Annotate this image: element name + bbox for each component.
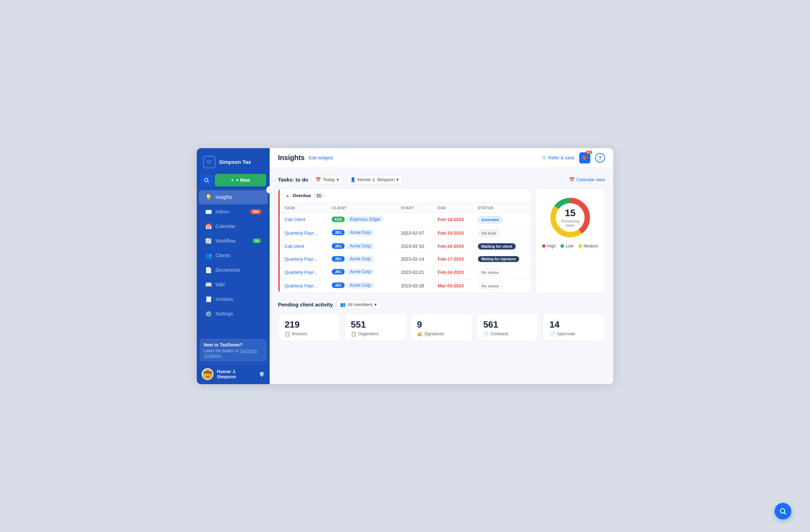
topbar-right: 🤍 Refer & save 🎁 81 ?	[541, 152, 605, 163]
help-button[interactable]: ?	[595, 153, 605, 163]
task-link[interactable]: Call client	[285, 244, 304, 249]
col-due: DUE	[433, 203, 473, 213]
status-cell: No status	[473, 265, 530, 279]
refer-save-label: Refer & save	[548, 155, 574, 160]
status-badge: On hold	[478, 230, 500, 237]
user-section[interactable]: 🤠 Homer J. Simpson 🛡️	[197, 364, 270, 384]
activity-type-label: Signatures	[424, 331, 444, 336]
due-cell: Feb-10-2023	[433, 226, 473, 240]
activity-cards: 219 📋 Invoices 551 📋 Organizers 9 ✍️ Sig…	[278, 313, 605, 341]
task-cell: Quarterly Payr...	[280, 279, 327, 293]
activity-card-organizers[interactable]: 551 📋 Organizers	[344, 313, 406, 341]
task-link[interactable]: Quarterly Payr...	[285, 256, 317, 262]
client-cell: EE6 Espinoza, Edgar	[327, 213, 396, 226]
table-row: Call Client EE6 Espinoza, Edgar Feb-10-2…	[280, 213, 530, 226]
filter-user-label: Homer J. Simpson	[357, 177, 395, 182]
status-badge: Waiting for signature	[478, 256, 520, 262]
sidebar-action-bar: + + New	[200, 174, 266, 186]
activity-card-signatures[interactable]: 9 ✍️ Signatures	[411, 313, 473, 341]
client-cell: JB1 Acme Corp	[327, 253, 396, 265]
tasks-body: Call Client EE6 Espinoza, Edgar Feb-10-2…	[280, 213, 530, 293]
calendar-icon: 📅	[315, 177, 321, 182]
activity-card-invoices[interactable]: 219 📋 Invoices	[278, 313, 340, 341]
table-row: Call client JB1 Acme Corp 2023-02-10 Feb…	[280, 240, 530, 253]
task-cell: Call client	[280, 240, 327, 253]
status-cell: On hold	[473, 226, 530, 240]
insights-icon: 💡	[205, 194, 211, 201]
client-code-chip: JB1	[332, 269, 344, 275]
donut-number: 15	[559, 208, 582, 218]
donut-card: 15 Remaining tasks High Low	[535, 188, 605, 293]
activity-card-contracts[interactable]: 561 📄 Contracts	[476, 313, 539, 341]
start-cell: 2023-02-10	[396, 240, 433, 253]
activity-number: 14	[549, 319, 598, 330]
task-link[interactable]: Quarterly Payr...	[285, 283, 317, 288]
sidebar-item-wiki[interactable]: 📖 Wiki	[199, 278, 268, 292]
sidebar-item-settings[interactable]: ⚙️ Settings	[199, 307, 268, 321]
client-name-chip: Acme Corp	[346, 229, 374, 236]
legend-high-label: High	[547, 244, 556, 248]
col-client: CLIENT	[327, 203, 396, 213]
legend-low: Low	[560, 244, 573, 248]
fab-search-button[interactable]	[775, 503, 791, 520]
table-row: Quarterly Payr... JB1 Acme Corp 2023-02-…	[280, 253, 530, 265]
svg-line-1	[208, 181, 209, 183]
notifications-button[interactable]: 🎁 81	[579, 152, 590, 163]
sidebar-item-invoices[interactable]: 🧾 Invoices	[199, 292, 268, 306]
task-link[interactable]: Quarterly Payr...	[285, 230, 317, 236]
activity-card-approvals[interactable]: 14 📄 Approvals	[543, 313, 605, 341]
today-filter-button[interactable]: 📅 Today ▾	[312, 175, 343, 184]
user-icon: 👤	[350, 177, 356, 182]
task-cell: Quarterly Payr...	[280, 265, 327, 279]
activity-type-icon: ✍️	[417, 331, 423, 337]
client-cell: JB1 Acme Corp	[327, 265, 396, 278]
sidebar-item-inbox[interactable]: ✉️ Inbox+ 596	[199, 205, 268, 219]
client-name-chip: Acme Corp	[346, 282, 374, 288]
legend-high-dot	[542, 244, 546, 248]
sidebar-item-workflow[interactable]: 🔄 Workflow 16	[199, 234, 268, 248]
task-link[interactable]: Call Client	[285, 217, 305, 222]
activity-number: 551	[351, 319, 400, 330]
sidebar-item-insights[interactable]: 💡 Insights	[199, 190, 268, 204]
sidebar-item-calendar[interactable]: 📅 Calendar	[199, 219, 268, 234]
members-filter-button[interactable]: 👥 All members ▾	[336, 300, 380, 309]
table-row: Quarterly Payr... JB1 Acme Corp 2023-02-…	[280, 265, 530, 279]
due-cell: Feb-24-2023	[433, 265, 473, 279]
donut-center: 15 Remaining tasks	[559, 208, 582, 227]
insights-label: Insights	[216, 194, 232, 200]
donut-chart: 15 Remaining tasks	[548, 195, 593, 240]
svg-line-7	[784, 513, 786, 514]
overdue-header: ▲ Overdue 15	[280, 189, 530, 203]
new-button[interactable]: + + New	[215, 174, 266, 186]
activity-type-icon: 📄	[483, 331, 489, 337]
user-name: Homer J. Simpson	[217, 369, 255, 379]
sidebar-collapse-button[interactable]: ‹	[266, 186, 274, 194]
tasks-table: TASK CLIENT START DUE STATUS C	[280, 203, 530, 293]
logo-badge: ST	[203, 156, 216, 168]
activity-type-icon: 📋	[351, 331, 356, 337]
edit-widgets-link[interactable]: Edit widgets	[309, 155, 333, 160]
task-link[interactable]: Quarterly Payr...	[285, 270, 317, 275]
tasks-container: ▲ Overdue 15 TASK CLIENT	[278, 188, 605, 293]
inbox-label: Inbox+	[216, 209, 230, 214]
col-task: TASK	[280, 203, 327, 213]
activity-type: 📄 Contracts	[483, 331, 532, 337]
user-filter-button[interactable]: 👤 Homer J. Simpson ▾	[346, 175, 403, 184]
client-code-chip: JB1	[332, 282, 344, 288]
svg-point-0	[205, 178, 208, 181]
calendar-icon: 📅	[205, 223, 211, 230]
table-row: Quarterly Payr... JB1 Acme Corp 2023-02-…	[280, 226, 530, 240]
activity-number: 219	[285, 319, 334, 330]
chevron-down-icon: ▾	[374, 302, 377, 307]
sidebar-item-documents[interactable]: 📄 Documents	[199, 263, 268, 277]
refer-save-button[interactable]: 🤍 Refer & save	[541, 155, 574, 160]
members-label: All members	[347, 302, 372, 307]
collapse-icon[interactable]: ▲	[285, 193, 290, 198]
sidebar-item-clients[interactable]: 👥 Clients	[199, 248, 268, 263]
activity-number: 9	[417, 319, 466, 330]
donut-label: Remaining tasks	[559, 219, 582, 227]
task-cell: Call Client	[280, 213, 327, 226]
legend-low-dot	[560, 244, 564, 248]
calendar-view-button[interactable]: 📅 Calendar view	[569, 177, 605, 182]
search-button[interactable]	[200, 174, 213, 186]
